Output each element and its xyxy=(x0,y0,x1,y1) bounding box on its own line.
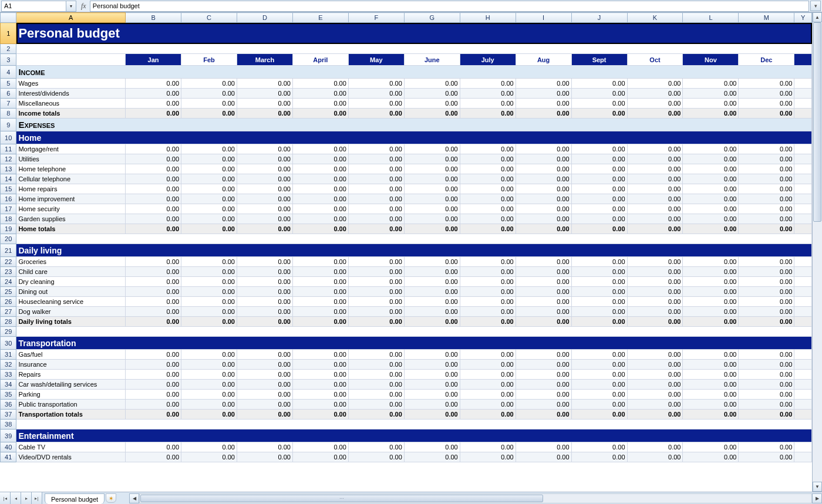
cell-value[interactable]: 0.00 xyxy=(348,109,404,119)
cell-value[interactable]: 0.00 xyxy=(683,297,739,307)
cell-value[interactable]: 0.00 xyxy=(739,99,794,109)
cell-value[interactable]: 0.00 xyxy=(237,224,292,234)
cell-value[interactable]: 0.00 xyxy=(292,297,348,307)
row-label[interactable]: Housecleaning service xyxy=(16,297,126,307)
cell-value[interactable]: 0.00 xyxy=(683,370,739,380)
cell-value[interactable]: 0.00 xyxy=(237,164,292,174)
row-label[interactable]: Garden supplies xyxy=(16,214,126,224)
cell-value[interactable]: 0.00 xyxy=(126,194,181,204)
cell-value[interactable]: 0.00 xyxy=(404,184,460,194)
blank-row[interactable] xyxy=(16,234,812,244)
column-header-J[interactable]: J xyxy=(571,13,627,23)
cell-value[interactable]: 0.00 xyxy=(683,164,739,174)
cell-value[interactable]: 0.00 xyxy=(460,360,516,370)
cell-value[interactable]: 0.00 xyxy=(126,350,181,360)
cell-value[interactable]: 0.00 xyxy=(739,109,794,119)
cell-value[interactable]: 0.00 xyxy=(516,144,571,154)
cell-value[interactable]: 0.00 xyxy=(126,442,181,452)
cell-value[interactable]: 0.00 xyxy=(460,410,516,420)
cell-value[interactable]: 0.00 xyxy=(292,442,348,452)
cell-value[interactable]: 0.00 xyxy=(460,307,516,317)
cell-value[interactable]: 0.00 xyxy=(181,174,237,184)
name-box-dropdown-icon[interactable]: ▾ xyxy=(66,1,76,11)
horizontal-scroll-thumb[interactable]: ⋯ xyxy=(140,495,543,502)
cell-value[interactable]: 0.00 xyxy=(404,277,460,287)
cell-partial[interactable] xyxy=(794,79,812,89)
cell-value[interactable]: 0.00 xyxy=(181,400,237,410)
cell-value[interactable]: 0.00 xyxy=(348,410,404,420)
cell-value[interactable]: 0.00 xyxy=(627,194,683,204)
row-label[interactable]: Dog walker xyxy=(16,307,126,317)
cell-value[interactable]: 0.00 xyxy=(571,144,627,154)
cell-value[interactable]: 0.00 xyxy=(181,109,237,119)
cell-value[interactable]: 0.00 xyxy=(126,214,181,224)
cell-value[interactable]: 0.00 xyxy=(683,267,739,277)
row-header-32[interactable]: 32 xyxy=(1,360,16,370)
cell-value[interactable]: 0.00 xyxy=(571,194,627,204)
section-header[interactable]: Income xyxy=(16,66,812,79)
row-header-25[interactable]: 25 xyxy=(1,287,16,297)
month-header-dec[interactable]: Dec xyxy=(739,54,794,66)
cell-value[interactable]: 0.00 xyxy=(404,224,460,234)
row-header-14[interactable]: 14 xyxy=(1,174,16,184)
cell-value[interactable]: 0.00 xyxy=(292,99,348,109)
cell-value[interactable]: 0.00 xyxy=(571,184,627,194)
cell-value[interactable]: 0.00 xyxy=(292,317,348,327)
cell-value[interactable]: 0.00 xyxy=(683,380,739,390)
cell-value[interactable]: 0.00 xyxy=(126,307,181,317)
cell-value[interactable]: 0.00 xyxy=(739,350,794,360)
cell-partial[interactable] xyxy=(794,204,812,214)
cell-value[interactable]: 0.00 xyxy=(348,99,404,109)
cell-value[interactable]: 0.00 xyxy=(237,184,292,194)
cell-partial[interactable] xyxy=(794,360,812,370)
cell-value[interactable]: 0.00 xyxy=(571,164,627,174)
cell-value[interactable]: 0.00 xyxy=(516,164,571,174)
cell-partial[interactable] xyxy=(794,99,812,109)
cell-partial[interactable] xyxy=(794,184,812,194)
section-header[interactable]: Transportation xyxy=(16,337,812,350)
row-header-23[interactable]: 23 xyxy=(1,267,16,277)
cell-value[interactable]: 0.00 xyxy=(627,350,683,360)
cell-value[interactable]: 0.00 xyxy=(516,267,571,277)
cell-value[interactable]: 0.00 xyxy=(516,99,571,109)
column-header-K[interactable]: K xyxy=(627,13,683,23)
scroll-up-icon[interactable]: ▲ xyxy=(813,12,822,22)
cell-value[interactable]: 0.00 xyxy=(348,452,404,462)
cell-value[interactable]: 0.00 xyxy=(126,380,181,390)
cell-value[interactable]: 0.00 xyxy=(683,400,739,410)
cell-value[interactable]: 0.00 xyxy=(627,224,683,234)
row-header-37[interactable]: 37 xyxy=(1,410,16,420)
cell-value[interactable]: 0.00 xyxy=(683,350,739,360)
cell-value[interactable]: 0.00 xyxy=(292,164,348,174)
cell-value[interactable]: 0.00 xyxy=(292,79,348,89)
cell-value[interactable]: 0.00 xyxy=(516,370,571,380)
cell-value[interactable]: 0.00 xyxy=(627,380,683,390)
cell-value[interactable]: 0.00 xyxy=(739,184,794,194)
cell-value[interactable]: 0.00 xyxy=(237,307,292,317)
cell-value[interactable]: 0.00 xyxy=(348,224,404,234)
cell-value[interactable]: 0.00 xyxy=(404,214,460,224)
month-header-may[interactable]: May xyxy=(348,54,404,66)
row-label[interactable]: Car wash/detailing services xyxy=(16,380,126,390)
cell-value[interactable]: 0.00 xyxy=(126,390,181,400)
cell-value[interactable]: 0.00 xyxy=(404,79,460,89)
cell-value[interactable]: 0.00 xyxy=(683,144,739,154)
cell-value[interactable]: 0.00 xyxy=(237,380,292,390)
cell-value[interactable]: 0.00 xyxy=(181,390,237,400)
cell-value[interactable]: 0.00 xyxy=(516,224,571,234)
cell-value[interactable]: 0.00 xyxy=(460,442,516,452)
cell-value[interactable]: 0.00 xyxy=(739,174,794,184)
cell-value[interactable]: 0.00 xyxy=(460,174,516,184)
row-header-12[interactable]: 12 xyxy=(1,154,16,164)
cell-value[interactable]: 0.00 xyxy=(292,214,348,224)
column-header-D[interactable]: D xyxy=(237,13,292,23)
cell-value[interactable]: 0.00 xyxy=(348,194,404,204)
cell-value[interactable]: 0.00 xyxy=(126,452,181,462)
cell-value[interactable]: 0.00 xyxy=(126,224,181,234)
row-header-4[interactable]: 4 xyxy=(1,66,16,79)
cell-value[interactable]: 0.00 xyxy=(571,204,627,214)
cell-partial[interactable] xyxy=(794,214,812,224)
cell-value[interactable]: 0.00 xyxy=(739,224,794,234)
cell-value[interactable]: 0.00 xyxy=(739,204,794,214)
cell-value[interactable]: 0.00 xyxy=(460,194,516,204)
